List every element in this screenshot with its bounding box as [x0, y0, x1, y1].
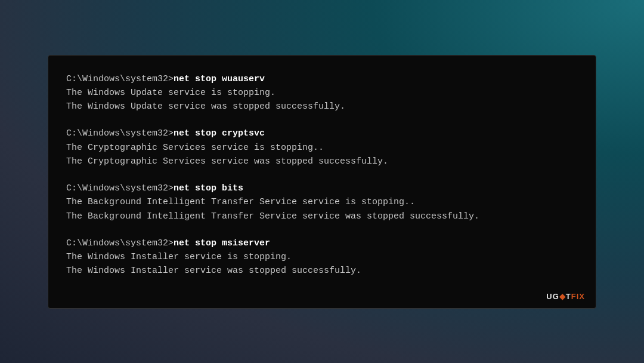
- watermark: UG◆TFIX: [546, 292, 585, 301]
- cmd-block-cryptsvc: C:\Windows\system32>net stop cryptsvc Th…: [66, 127, 578, 168]
- prompt-text-3: C:\Windows\system32>: [66, 183, 174, 193]
- command-text-3: net stop bits: [174, 183, 243, 193]
- cmd-output-1-2: The Windows Update service was stopped s…: [66, 100, 578, 113]
- prompt-text-1: C:\Windows\system32>: [66, 74, 174, 84]
- watermark-u: UG: [546, 292, 559, 301]
- cmd-prompt-2: C:\Windows\system32>net stop cryptsvc: [66, 127, 578, 140]
- terminal-window: C:\Windows\system32>net stop wuauserv Th…: [48, 55, 596, 309]
- cmd-output-2-1: The Cryptographic Services service is st…: [66, 141, 578, 155]
- cmd-prompt-4: C:\Windows\system32>net stop msiserver: [66, 236, 578, 250]
- prompt-text-2: C:\Windows\system32>: [66, 128, 174, 139]
- command-text-1: net stop wuauserv: [174, 74, 265, 84]
- command-text-2: net stop cryptsvc: [174, 128, 265, 139]
- cmd-output-2-2: The Cryptographic Services service was s…: [66, 155, 578, 168]
- cmd-prompt-1: C:\Windows\system32>net stop wuauserv: [66, 72, 578, 86]
- cmd-output-1-1: The Windows Update service is stopping.: [66, 86, 578, 100]
- cmd-block-wuauserv: C:\Windows\system32>net stop wuauserv Th…: [66, 72, 578, 114]
- cmd-block-bits: C:\Windows\system32>net stop bits The Ba…: [66, 182, 578, 223]
- watermark-separator: ◆: [559, 292, 566, 301]
- cmd-output-4-1: The Windows Installer service is stoppin…: [66, 250, 578, 264]
- cmd-prompt-3: C:\Windows\system32>net stop bits: [66, 182, 578, 195]
- cmd-block-msiserver: C:\Windows\system32>net stop msiserver T…: [66, 236, 578, 278]
- cmd-output-3-2: The Background Intelligent Transfer Serv…: [66, 210, 578, 223]
- cmd-output-3-1: The Background Intelligent Transfer Serv…: [66, 195, 578, 209]
- command-text-4: net stop msiserver: [174, 238, 270, 248]
- cmd-output-4-2: The Windows Installer service was stoppe…: [66, 264, 578, 278]
- watermark-fix: FIX: [571, 292, 585, 301]
- prompt-text-4: C:\Windows\system32>: [66, 238, 174, 248]
- watermark-et: T: [566, 292, 571, 301]
